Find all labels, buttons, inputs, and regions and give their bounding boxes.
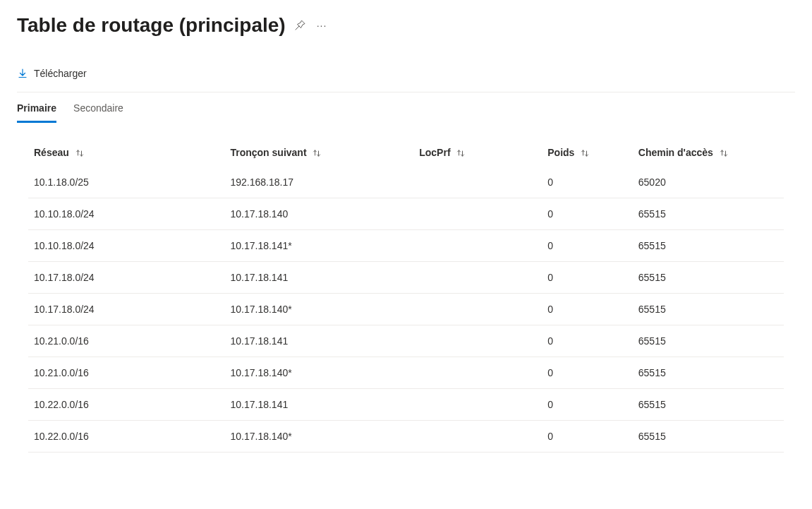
download-icon [17, 68, 28, 79]
table-row[interactable]: 10.21.0.0/1610.17.18.141065515 [28, 325, 784, 357]
column-label: Réseau [34, 147, 69, 158]
download-label: Télécharger [34, 68, 87, 79]
cell-weight: 0 [542, 421, 633, 453]
table-row[interactable]: 10.22.0.0/1610.17.18.140*065515 [28, 421, 784, 453]
cell-weight: 0 [542, 198, 633, 230]
column-label: Poids [547, 147, 574, 158]
cell-locprf [413, 389, 542, 421]
cell-weight: 0 [542, 294, 633, 325]
cell-locprf [413, 325, 542, 357]
table-row[interactable]: 10.21.0.0/1610.17.18.140*065515 [28, 357, 784, 389]
table-row[interactable]: 10.10.18.0/2410.17.18.140065515 [28, 198, 784, 230]
cell-nexthop: 10.17.18.140 [224, 198, 413, 230]
tabs: Primaire Secondaire [17, 92, 795, 123]
table-row[interactable]: 10.22.0.0/1610.17.18.141065515 [28, 389, 784, 421]
cell-network: 10.22.0.0/16 [28, 389, 224, 421]
cell-network: 10.17.18.0/24 [28, 262, 224, 294]
cell-path: 65515 [633, 230, 784, 262]
cell-network: 10.1.18.0/25 [28, 167, 224, 198]
sort-icon [719, 148, 729, 158]
cell-path: 65515 [633, 421, 784, 453]
column-label: LocPrf [419, 147, 450, 158]
table-container: Réseau Tronçon suivant [17, 140, 795, 453]
tab-primary[interactable]: Primaire [17, 100, 56, 123]
column-header-locprf[interactable]: LocPrf [413, 140, 542, 167]
cell-nexthop: 10.17.18.140* [224, 357, 413, 389]
routing-table: Réseau Tronçon suivant [28, 140, 784, 453]
sort-icon [75, 148, 85, 158]
cell-weight: 0 [542, 262, 633, 294]
column-label: Chemin d'accès [638, 147, 713, 158]
cell-nexthop: 10.17.18.141 [224, 325, 413, 357]
sort-icon [456, 148, 466, 158]
cell-nexthop: 10.17.18.140* [224, 421, 413, 453]
column-header-network[interactable]: Réseau [28, 140, 224, 167]
cell-nexthop: 10.17.18.140* [224, 294, 413, 325]
cell-locprf [413, 421, 542, 453]
table-row[interactable]: 10.17.18.0/2410.17.18.140*065515 [28, 294, 784, 325]
cell-path: 65515 [633, 262, 784, 294]
cell-path: 65020 [633, 167, 784, 198]
page-header: Table de routage (principale) ··· [17, 14, 795, 37]
cell-network: 10.17.18.0/24 [28, 294, 224, 325]
cell-locprf [413, 198, 542, 230]
column-label: Tronçon suivant [230, 147, 306, 158]
cell-weight: 0 [542, 389, 633, 421]
cell-weight: 0 [542, 357, 633, 389]
cell-nexthop: 10.17.18.141* [224, 230, 413, 262]
cell-nexthop: 10.17.18.141 [224, 389, 413, 421]
cell-path: 65515 [633, 198, 784, 230]
cell-locprf [413, 357, 542, 389]
sort-icon [312, 148, 322, 158]
cell-path: 65515 [633, 357, 784, 389]
column-header-path[interactable]: Chemin d'accès [633, 140, 784, 167]
column-header-nexthop[interactable]: Tronçon suivant [224, 140, 413, 167]
cell-weight: 0 [542, 325, 633, 357]
table-row[interactable]: 10.10.18.0/2410.17.18.141*065515 [28, 230, 784, 262]
table-body: 10.1.18.0/25192.168.18.1706502010.10.18.… [28, 167, 784, 453]
cell-network: 10.21.0.0/16 [28, 357, 224, 389]
column-header-weight[interactable]: Poids [542, 140, 633, 167]
cell-network: 10.10.18.0/24 [28, 230, 224, 262]
table-header-row: Réseau Tronçon suivant [28, 140, 784, 167]
page-title: Table de routage (principale) [17, 14, 286, 37]
cell-path: 65515 [633, 294, 784, 325]
cell-nexthop: 192.168.18.17 [224, 167, 413, 198]
sort-icon [580, 148, 590, 158]
tab-secondary[interactable]: Secondaire [73, 100, 123, 123]
cell-locprf [413, 262, 542, 294]
cell-network: 10.21.0.0/16 [28, 325, 224, 357]
pin-icon[interactable] [294, 20, 305, 31]
cell-path: 65515 [633, 325, 784, 357]
download-button[interactable]: Télécharger [17, 65, 87, 82]
cell-locprf [413, 294, 542, 325]
cell-locprf [413, 230, 542, 262]
toolbar: Télécharger [17, 59, 795, 92]
cell-path: 65515 [633, 389, 784, 421]
cell-locprf [413, 167, 542, 198]
cell-weight: 0 [542, 230, 633, 262]
table-row[interactable]: 10.1.18.0/25192.168.18.17065020 [28, 167, 784, 198]
cell-network: 10.22.0.0/16 [28, 421, 224, 453]
cell-network: 10.10.18.0/24 [28, 198, 224, 230]
more-icon[interactable]: ··· [317, 20, 327, 31]
cell-nexthop: 10.17.18.141 [224, 262, 413, 294]
cell-weight: 0 [542, 167, 633, 198]
table-row[interactable]: 10.17.18.0/2410.17.18.141065515 [28, 262, 784, 294]
